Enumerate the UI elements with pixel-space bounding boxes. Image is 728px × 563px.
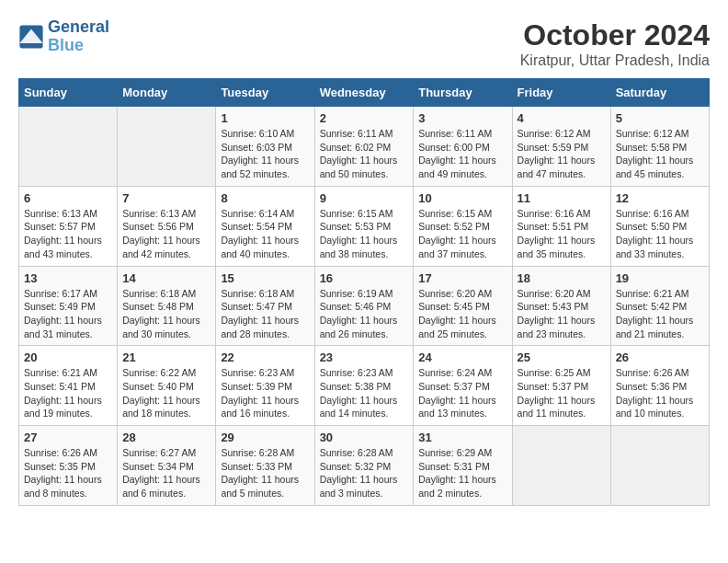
calendar-cell: 14Sunrise: 6:18 AM Sunset: 5:48 PM Dayli…	[118, 266, 216, 346]
day-number: 3	[418, 111, 506, 125]
day-number: 21	[122, 350, 210, 364]
logo-icon	[18, 24, 44, 50]
calendar-header-friday: Friday	[512, 79, 610, 107]
calendar-cell: 24Sunrise: 6:24 AM Sunset: 5:37 PM Dayli…	[414, 346, 512, 426]
calendar-cell: 10Sunrise: 6:15 AM Sunset: 5:52 PM Dayli…	[414, 186, 512, 266]
calendar-cell: 16Sunrise: 6:19 AM Sunset: 5:46 PM Dayli…	[314, 266, 414, 346]
calendar-header-wednesday: Wednesday	[314, 79, 414, 107]
calendar-cell: 11Sunrise: 6:16 AM Sunset: 5:51 PM Dayli…	[512, 186, 610, 266]
day-number: 28	[122, 431, 210, 444]
day-number: 20	[24, 350, 112, 364]
calendar-cell: 28Sunrise: 6:27 AM Sunset: 5:34 PM Dayli…	[118, 426, 216, 506]
calendar-cell: 15Sunrise: 6:18 AM Sunset: 5:47 PM Dayli…	[216, 266, 314, 346]
page-header: General Blue October 2024 Kiratpur, Utta…	[18, 18, 710, 69]
calendar-cell: 26Sunrise: 6:26 AM Sunset: 5:36 PM Dayli…	[610, 346, 709, 426]
calendar-header-monday: Monday	[118, 79, 216, 107]
day-info: Sunrise: 6:16 AM Sunset: 5:51 PM Dayligh…	[518, 207, 606, 261]
day-number: 10	[418, 191, 506, 205]
day-number: 2	[320, 111, 409, 125]
day-info: Sunrise: 6:20 AM Sunset: 5:45 PM Dayligh…	[418, 287, 506, 341]
day-number: 9	[320, 191, 409, 205]
day-info: Sunrise: 6:15 AM Sunset: 5:52 PM Dayligh…	[418, 207, 506, 261]
day-number: 1	[221, 111, 309, 125]
calendar-cell: 9Sunrise: 6:15 AM Sunset: 5:53 PM Daylig…	[314, 186, 414, 266]
calendar-cell: 20Sunrise: 6:21 AM Sunset: 5:41 PM Dayli…	[19, 346, 118, 426]
calendar-header-row: SundayMondayTuesdayWednesdayThursdayFrid…	[19, 79, 710, 107]
calendar-cell: 1Sunrise: 6:10 AM Sunset: 6:03 PM Daylig…	[216, 107, 314, 187]
calendar-body: 1Sunrise: 6:10 AM Sunset: 6:03 PM Daylig…	[19, 107, 710, 506]
day-number: 31	[418, 431, 506, 444]
day-info: Sunrise: 6:11 AM Sunset: 6:00 PM Dayligh…	[418, 127, 506, 181]
day-info: Sunrise: 6:12 AM Sunset: 5:59 PM Dayligh…	[518, 127, 606, 181]
day-info: Sunrise: 6:27 AM Sunset: 5:34 PM Dayligh…	[122, 446, 210, 500]
day-number: 4	[518, 111, 606, 125]
day-number: 8	[221, 191, 309, 205]
calendar-header-thursday: Thursday	[414, 79, 512, 107]
calendar-cell: 22Sunrise: 6:23 AM Sunset: 5:39 PM Dayli…	[216, 346, 314, 426]
day-number: 5	[616, 111, 704, 125]
calendar-cell	[118, 107, 216, 187]
calendar-cell	[512, 426, 610, 506]
day-info: Sunrise: 6:16 AM Sunset: 5:50 PM Dayligh…	[616, 207, 704, 261]
calendar-cell: 18Sunrise: 6:20 AM Sunset: 5:43 PM Dayli…	[512, 266, 610, 346]
calendar-cell: 21Sunrise: 6:22 AM Sunset: 5:40 PM Dayli…	[118, 346, 216, 426]
day-number: 27	[24, 431, 112, 444]
day-number: 7	[122, 191, 210, 205]
calendar-cell: 7Sunrise: 6:13 AM Sunset: 5:56 PM Daylig…	[118, 186, 216, 266]
day-number: 12	[616, 191, 704, 205]
calendar-cell: 17Sunrise: 6:20 AM Sunset: 5:45 PM Dayli…	[414, 266, 512, 346]
day-info: Sunrise: 6:28 AM Sunset: 5:33 PM Dayligh…	[221, 446, 309, 500]
day-number: 25	[518, 350, 606, 364]
day-number: 17	[418, 271, 506, 285]
calendar-week-3: 13Sunrise: 6:17 AM Sunset: 5:49 PM Dayli…	[19, 266, 710, 346]
day-number: 30	[320, 431, 409, 444]
day-number: 13	[24, 271, 112, 285]
calendar-cell: 8Sunrise: 6:14 AM Sunset: 5:54 PM Daylig…	[216, 186, 314, 266]
day-number: 26	[616, 350, 704, 364]
day-info: Sunrise: 6:12 AM Sunset: 5:58 PM Dayligh…	[616, 127, 704, 181]
day-number: 15	[221, 271, 309, 285]
day-number: 14	[122, 271, 210, 285]
calendar-cell: 25Sunrise: 6:25 AM Sunset: 5:37 PM Dayli…	[512, 346, 610, 426]
calendar-cell: 12Sunrise: 6:16 AM Sunset: 5:50 PM Dayli…	[610, 186, 709, 266]
month-title: October 2024	[520, 18, 710, 52]
calendar-header-sunday: Sunday	[19, 79, 118, 107]
day-info: Sunrise: 6:13 AM Sunset: 5:57 PM Dayligh…	[24, 207, 112, 261]
day-info: Sunrise: 6:26 AM Sunset: 5:35 PM Dayligh…	[24, 446, 112, 500]
day-number: 16	[320, 271, 409, 285]
logo: General Blue	[18, 18, 109, 55]
day-info: Sunrise: 6:21 AM Sunset: 5:41 PM Dayligh…	[24, 366, 112, 420]
day-info: Sunrise: 6:24 AM Sunset: 5:37 PM Dayligh…	[418, 366, 506, 420]
day-number: 23	[320, 350, 409, 364]
calendar-table: SundayMondayTuesdayWednesdayThursdayFrid…	[18, 78, 710, 506]
day-info: Sunrise: 6:22 AM Sunset: 5:40 PM Dayligh…	[122, 366, 210, 420]
day-info: Sunrise: 6:15 AM Sunset: 5:53 PM Dayligh…	[320, 207, 409, 261]
calendar-cell: 4Sunrise: 6:12 AM Sunset: 5:59 PM Daylig…	[512, 107, 610, 187]
calendar-week-1: 1Sunrise: 6:10 AM Sunset: 6:03 PM Daylig…	[19, 107, 710, 187]
day-info: Sunrise: 6:21 AM Sunset: 5:42 PM Dayligh…	[616, 287, 704, 341]
day-number: 6	[24, 191, 112, 205]
day-info: Sunrise: 6:17 AM Sunset: 5:49 PM Dayligh…	[24, 287, 112, 341]
day-info: Sunrise: 6:29 AM Sunset: 5:31 PM Dayligh…	[418, 446, 506, 500]
day-info: Sunrise: 6:19 AM Sunset: 5:46 PM Dayligh…	[320, 287, 409, 341]
day-info: Sunrise: 6:26 AM Sunset: 5:36 PM Dayligh…	[616, 366, 704, 420]
day-number: 24	[418, 350, 506, 364]
calendar-cell: 23Sunrise: 6:23 AM Sunset: 5:38 PM Dayli…	[314, 346, 414, 426]
day-info: Sunrise: 6:20 AM Sunset: 5:43 PM Dayligh…	[518, 287, 606, 341]
calendar-cell: 31Sunrise: 6:29 AM Sunset: 5:31 PM Dayli…	[414, 426, 512, 506]
calendar-cell	[19, 107, 118, 187]
day-info: Sunrise: 6:28 AM Sunset: 5:32 PM Dayligh…	[320, 446, 409, 500]
day-info: Sunrise: 6:23 AM Sunset: 5:38 PM Dayligh…	[320, 366, 409, 420]
calendar-cell: 3Sunrise: 6:11 AM Sunset: 6:00 PM Daylig…	[414, 107, 512, 187]
day-number: 29	[221, 431, 309, 444]
logo-text: General Blue	[48, 18, 109, 55]
calendar-week-2: 6Sunrise: 6:13 AM Sunset: 5:57 PM Daylig…	[19, 186, 710, 266]
day-number: 19	[616, 271, 704, 285]
day-number: 22	[221, 350, 309, 364]
day-info: Sunrise: 6:23 AM Sunset: 5:39 PM Dayligh…	[221, 366, 309, 420]
calendar-cell: 2Sunrise: 6:11 AM Sunset: 6:02 PM Daylig…	[314, 107, 414, 187]
day-info: Sunrise: 6:14 AM Sunset: 5:54 PM Dayligh…	[221, 207, 309, 261]
calendar-header-saturday: Saturday	[610, 79, 709, 107]
calendar-header-tuesday: Tuesday	[216, 79, 314, 107]
day-info: Sunrise: 6:11 AM Sunset: 6:02 PM Dayligh…	[320, 127, 409, 181]
